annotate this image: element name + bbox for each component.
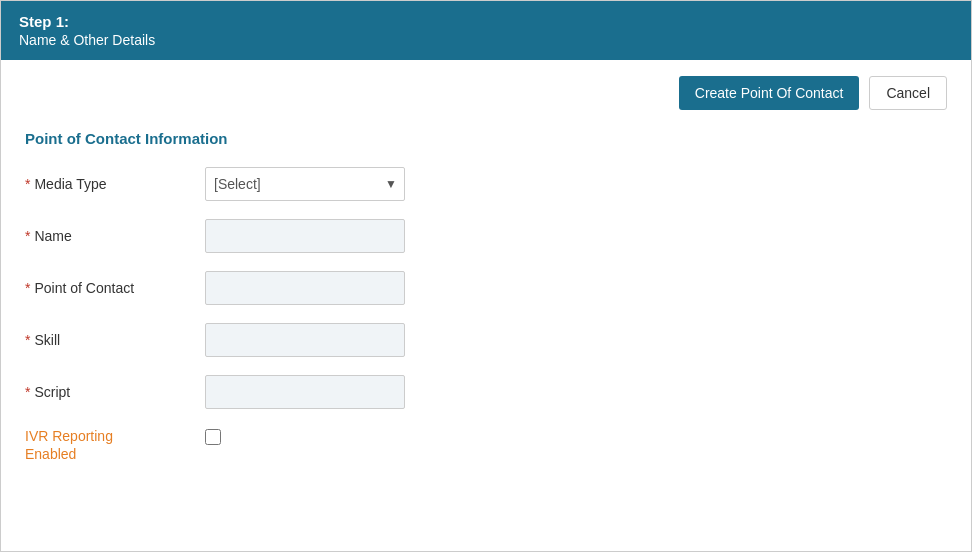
name-label: * Name: [25, 228, 205, 244]
name-group: * Name: [25, 219, 947, 253]
name-label-text: Name: [34, 228, 71, 244]
cancel-button[interactable]: Cancel: [869, 76, 947, 110]
script-group: * Script: [25, 375, 947, 409]
skill-group: * Skill: [25, 323, 947, 357]
poc-label-text: Point of Contact: [34, 280, 134, 296]
create-point-of-contact-button[interactable]: Create Point Of Contact: [679, 76, 860, 110]
media-type-select-wrapper: [Select] Email Phone Chat ▼: [205, 167, 405, 201]
skill-input[interactable]: [205, 323, 405, 357]
name-required-star: *: [25, 228, 30, 244]
media-type-required-star: *: [25, 176, 30, 192]
ivr-label-line2: Enabled: [25, 445, 205, 463]
script-required-star: *: [25, 384, 30, 400]
media-type-label: * Media Type: [25, 176, 205, 192]
script-label-text: Script: [34, 384, 70, 400]
skill-label: * Skill: [25, 332, 205, 348]
script-label: * Script: [25, 384, 205, 400]
skill-required-star: *: [25, 332, 30, 348]
step-label: Step 1:: [19, 13, 953, 30]
name-input[interactable]: [205, 219, 405, 253]
ivr-label-line1: IVR Reporting: [25, 427, 205, 445]
skill-label-text: Skill: [34, 332, 60, 348]
main-window: Step 1: Name & Other Details Create Poin…: [0, 0, 972, 552]
media-type-label-text: Media Type: [34, 176, 106, 192]
ivr-reporting-group: IVR Reporting Enabled: [25, 427, 947, 463]
script-input[interactable]: [205, 375, 405, 409]
ivr-reporting-checkbox[interactable]: [205, 429, 221, 445]
point-of-contact-input[interactable]: [205, 271, 405, 305]
point-of-contact-group: * Point of Contact: [25, 271, 947, 305]
media-type-select[interactable]: [Select] Email Phone Chat: [205, 167, 405, 201]
poc-required-star: *: [25, 280, 30, 296]
media-type-group: * Media Type [Select] Email Phone Chat ▼: [25, 167, 947, 201]
section-title: Point of Contact Information: [25, 130, 947, 147]
ivr-reporting-label: IVR Reporting Enabled: [25, 427, 205, 463]
point-of-contact-label: * Point of Contact: [25, 280, 205, 296]
toolbar: Create Point Of Contact Cancel: [25, 76, 947, 110]
content-area: Create Point Of Contact Cancel Point of …: [1, 60, 971, 551]
step-subtitle: Name & Other Details: [19, 32, 953, 48]
header-bar: Step 1: Name & Other Details: [1, 1, 971, 60]
